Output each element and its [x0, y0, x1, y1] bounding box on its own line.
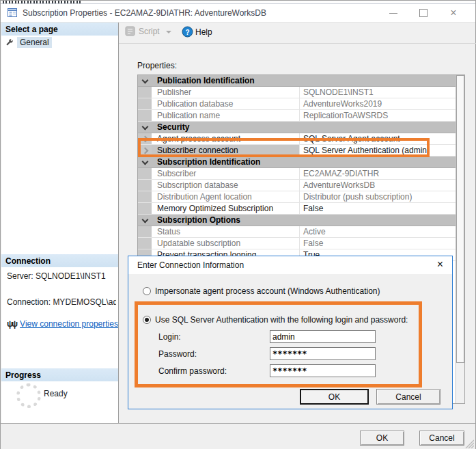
confirm-password-input-row: Confirm password: [158, 364, 445, 377]
property-group-header[interactable]: Subscription Options [138, 215, 456, 226]
property-row[interactable]: Agent process accountSQL Server Agent ac… [138, 133, 456, 145]
property-row[interactable]: Distribution Agent locationDistributor (… [138, 191, 456, 203]
row-gutter [138, 87, 152, 98]
radio-sql-server-auth[interactable]: Use SQL Server Authentication with the f… [143, 315, 408, 325]
property-row[interactable]: Publication nameReplicationToAWSRDS [138, 110, 456, 122]
titlebar: Subscription Properties - EC2AMAZ-9DIATH… [1, 4, 475, 23]
radio-impersonate-agent[interactable]: Impersonate agent process account (Windo… [143, 286, 380, 296]
dialog-ok-button[interactable]: OK [300, 389, 369, 405]
property-name: Agent process account [152, 133, 300, 144]
resize-grip[interactable] [464, 438, 474, 448]
property-row[interactable]: Publication databaseAdventureWorks2019 [138, 98, 456, 110]
property-row[interactable]: PublisherSQLNODE1\INST1 [138, 87, 456, 98]
property-name: Subscription database [152, 180, 300, 191]
connection-info: Connection: MYDEMOSQL\adadmin [7, 297, 116, 307]
script-button-label: Script [139, 27, 160, 36]
property-row[interactable]: Updatable subscriptionFalse [138, 238, 456, 249]
properties-label: Properties: [137, 61, 177, 70]
ok-button[interactable]: OK [360, 431, 404, 446]
help-icon: ? [182, 26, 193, 38]
property-group-header[interactable]: Subscription Identification [138, 157, 456, 168]
property-value: SQL Server Agent account [300, 133, 456, 144]
login-input-label: Login: [158, 332, 270, 342]
sidebar-item-general[interactable]: General [1, 36, 118, 49]
radio-label: Impersonate agent process account (Windo… [155, 286, 380, 296]
property-group-header[interactable]: Publication Identification [138, 75, 456, 87]
progress-header: Progress [1, 368, 118, 381]
property-name: Subscriber [152, 168, 300, 179]
row-gutter [138, 238, 152, 249]
svg-text:?: ? [185, 29, 189, 36]
help-button-label: Help [195, 27, 212, 37]
script-button[interactable]: Script [125, 26, 171, 36]
property-value: AdventureWorksDB [300, 180, 456, 191]
property-name: Subscriber connection [152, 145, 300, 156]
property-name: Distribution Agent location [152, 191, 300, 202]
property-group-header[interactable]: Security [138, 122, 456, 133]
property-name: Publication name [152, 110, 300, 121]
cancel-button[interactable]: Cancel [419, 431, 464, 446]
group-gutter [138, 75, 152, 86]
property-value: SQL Server Authentication (admin) [300, 145, 456, 156]
property-row[interactable]: SubscriberEC2AMAZ-9DIATHR [138, 168, 456, 180]
close-button[interactable]: × [440, 4, 467, 22]
grid-scrollbar[interactable] [456, 75, 464, 403]
toolbar: Script ? Help [119, 23, 476, 44]
maximize-icon [419, 9, 428, 17]
property-value: SQLNODE1\INST1 [300, 87, 456, 98]
confirm-password-input[interactable] [270, 364, 376, 377]
group-title: Subscription Options [152, 215, 240, 226]
window-icon [7, 8, 18, 18]
property-value: AdventureWorks2019 [300, 98, 456, 109]
group-title: Subscription Identification [152, 157, 260, 167]
row-gutter [138, 180, 152, 191]
property-row[interactable]: StatusActive [138, 226, 456, 238]
radio-label: Use SQL Server Authentication with the f… [155, 315, 408, 325]
property-name: Publisher [152, 87, 300, 98]
property-row[interactable]: Subscriber connectionSQL Server Authenti… [138, 145, 456, 157]
view-connection-properties-row: ψψ View connection properties [7, 319, 118, 329]
wrench-icon [5, 38, 14, 47]
progress-status: Ready [44, 389, 68, 398]
password-input[interactable] [270, 347, 376, 360]
enter-connection-information-dialog: Enter Connection Information × Impersona… [128, 256, 453, 409]
confirm-password-input-label: Confirm password: [158, 366, 270, 376]
connection-header: Connection [1, 254, 118, 267]
row-gutter [138, 110, 152, 121]
property-row[interactable]: Memory Optimized SubscriptionFalse [138, 203, 456, 215]
footer: OK Cancel [1, 424, 475, 449]
property-value: False [300, 203, 456, 214]
chevron-down-icon [141, 158, 148, 165]
subscription-properties-window: Subscription Properties - EC2AMAZ-9DIATH… [0, 0, 476, 449]
login-input[interactable] [270, 330, 376, 343]
background-window-text-fragment [3, 1, 81, 3]
dialog-close-icon[interactable]: × [437, 259, 443, 270]
progress-spinner-icon [16, 383, 41, 408]
property-name: Updatable subscription [152, 238, 300, 249]
chevron-right-icon [141, 135, 148, 142]
radio-icon[interactable] [143, 316, 151, 324]
group-gutter [138, 157, 152, 167]
row-gutter [138, 145, 152, 156]
minimize-button[interactable] [380, 4, 407, 22]
group-gutter [138, 215, 152, 226]
row-gutter [138, 168, 152, 179]
login-input-row: Login: [158, 330, 445, 343]
help-button[interactable]: ? Help [182, 26, 212, 38]
property-row[interactable]: Subscription databaseAdventureWorksDB [138, 180, 456, 191]
view-connection-properties-link[interactable]: View connection properties [20, 319, 118, 329]
script-icon [125, 26, 135, 36]
select-a-page-header: Select a page [1, 23, 118, 36]
radio-icon[interactable] [143, 287, 151, 295]
row-gutter [138, 191, 152, 202]
property-name: Status [152, 226, 300, 237]
maximize-button[interactable] [410, 4, 437, 22]
grid-scrollbar-thumb[interactable] [456, 75, 464, 363]
row-gutter [138, 133, 152, 144]
window-title: Subscription Properties - EC2AMAZ-9DIATH… [23, 8, 266, 18]
password-input-row: Password: [158, 347, 445, 360]
dialog-cancel-button[interactable]: Cancel [376, 389, 440, 405]
password-input-label: Password: [158, 349, 270, 359]
row-gutter [138, 203, 152, 214]
chevron-down-icon [141, 123, 148, 130]
